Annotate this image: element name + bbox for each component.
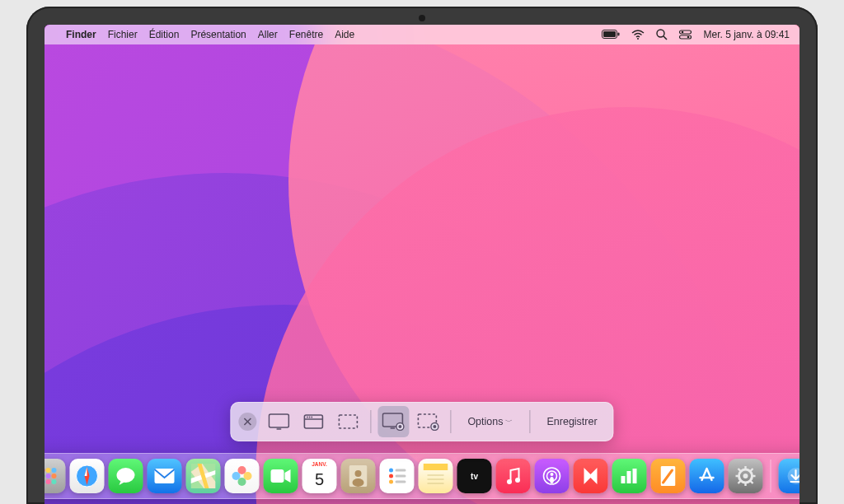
svg-point-9 <box>687 36 690 39</box>
svg-line-5 <box>663 36 667 40</box>
dock-notes[interactable] <box>419 459 453 493</box>
svg-rect-46 <box>155 469 175 483</box>
menu-aide[interactable]: Aide <box>335 29 354 40</box>
capture-entire-screen-button[interactable] <box>263 406 294 437</box>
svg-point-7 <box>682 31 684 34</box>
dock-separator <box>771 460 771 492</box>
options-dropdown[interactable]: Options ﹀ <box>456 406 524 437</box>
svg-rect-19 <box>339 415 357 428</box>
record-selection-button[interactable] <box>412 406 443 437</box>
svg-rect-2 <box>618 33 620 36</box>
svg-rect-61 <box>396 469 406 472</box>
svg-rect-78 <box>627 471 631 483</box>
dock-calendar[interactable]: JANV. 5 <box>302 459 337 493</box>
menu-app[interactable]: Finder <box>66 29 96 40</box>
svg-point-60 <box>389 469 393 473</box>
svg-rect-12 <box>269 414 288 427</box>
svg-point-39 <box>52 479 57 484</box>
dock-appstore[interactable] <box>690 459 724 493</box>
svg-rect-13 <box>276 428 281 430</box>
svg-point-23 <box>398 425 401 428</box>
close-button[interactable] <box>238 413 256 431</box>
dock-messages[interactable] <box>109 459 143 493</box>
svg-point-4 <box>657 30 664 37</box>
dock-numbers[interactable] <box>612 459 647 493</box>
svg-rect-65 <box>396 481 406 483</box>
dock-launchpad[interactable] <box>45 459 66 493</box>
dock-news[interactable] <box>574 459 608 493</box>
wifi-icon[interactable] <box>631 30 645 40</box>
dock-pages[interactable] <box>651 459 686 493</box>
svg-rect-79 <box>633 469 637 483</box>
menu-fichier[interactable]: Fichier <box>108 29 138 40</box>
svg-point-32 <box>46 468 51 473</box>
svg-line-89 <box>751 469 753 471</box>
svg-point-36 <box>52 474 57 478</box>
capture-window-button[interactable] <box>298 406 329 437</box>
menu-aller[interactable]: Aller <box>258 29 278 40</box>
menu-edition[interactable]: Édition <box>149 29 180 40</box>
webcam <box>419 15 425 21</box>
dock-reminders[interactable] <box>380 459 415 493</box>
control-center-icon[interactable] <box>679 30 692 40</box>
toolbar-separator <box>529 410 530 433</box>
dock-music[interactable] <box>496 459 531 493</box>
dock-podcasts[interactable] <box>535 459 570 493</box>
svg-rect-55 <box>271 469 284 483</box>
dock-photos[interactable] <box>225 459 260 493</box>
svg-point-3 <box>637 38 639 40</box>
toolbar-separator <box>450 410 451 433</box>
record-entire-screen-button[interactable] <box>377 406 409 437</box>
desktop[interactable]: Finder Fichier Édition Présentation Alle… <box>45 25 799 504</box>
record-button[interactable]: Enregistrer <box>535 406 608 437</box>
svg-line-87 <box>738 469 741 471</box>
laptop-frame: Finder Fichier Édition Présentation Alle… <box>26 7 818 504</box>
svg-point-34 <box>45 474 45 478</box>
calendar-month-label: JANV. <box>302 461 337 467</box>
options-label: Options <box>467 416 503 427</box>
svg-rect-21 <box>390 427 395 429</box>
svg-rect-63 <box>396 475 406 478</box>
svg-point-17 <box>309 417 311 418</box>
svg-marker-56 <box>285 469 291 483</box>
menu-presentation[interactable]: Présentation <box>190 29 246 40</box>
capture-selection-button[interactable] <box>332 406 363 437</box>
toolbar-separator <box>370 410 371 433</box>
svg-line-90 <box>738 481 741 483</box>
spotlight-icon[interactable] <box>656 29 668 40</box>
svg-rect-1 <box>603 31 616 37</box>
dock-maps[interactable] <box>186 459 221 493</box>
dock-downloads[interactable] <box>779 459 800 493</box>
svg-point-35 <box>46 474 51 478</box>
battery-icon[interactable] <box>602 30 620 40</box>
svg-point-18 <box>311 417 312 418</box>
svg-point-71 <box>515 478 520 483</box>
menubar-clock[interactable]: Mer. 5 janv. à 09:41 <box>703 29 790 40</box>
svg-point-62 <box>389 474 393 478</box>
record-button-label: Enregistrer <box>546 416 597 427</box>
svg-point-59 <box>353 478 364 487</box>
dock-tv[interactable]: tv <box>457 459 492 493</box>
screenshot-toolbar: Options ﹀ Enregistrer <box>230 402 613 441</box>
svg-rect-8 <box>680 35 692 39</box>
menubar: Finder Fichier Édition Présentation Alle… <box>45 25 799 44</box>
dock-safari[interactable] <box>70 459 105 493</box>
svg-point-70 <box>507 479 512 484</box>
svg-rect-66 <box>424 464 448 470</box>
svg-point-33 <box>52 468 57 473</box>
svg-point-75 <box>550 477 554 483</box>
svg-point-44 <box>117 468 135 483</box>
dock-facetime[interactable] <box>264 459 298 493</box>
chevron-down-icon: ﹀ <box>505 417 513 427</box>
dock-system-preferences[interactable] <box>729 459 763 493</box>
svg-point-58 <box>355 470 362 477</box>
svg-rect-6 <box>680 30 692 34</box>
svg-point-26 <box>433 425 436 428</box>
svg-rect-77 <box>621 476 626 483</box>
svg-point-82 <box>743 474 748 478</box>
dock-mail[interactable] <box>148 459 182 493</box>
menu-fenetre[interactable]: Fenêtre <box>289 29 323 40</box>
dock-contacts[interactable] <box>341 459 376 493</box>
svg-point-74 <box>551 473 554 476</box>
calendar-day-label: 5 <box>302 470 337 489</box>
